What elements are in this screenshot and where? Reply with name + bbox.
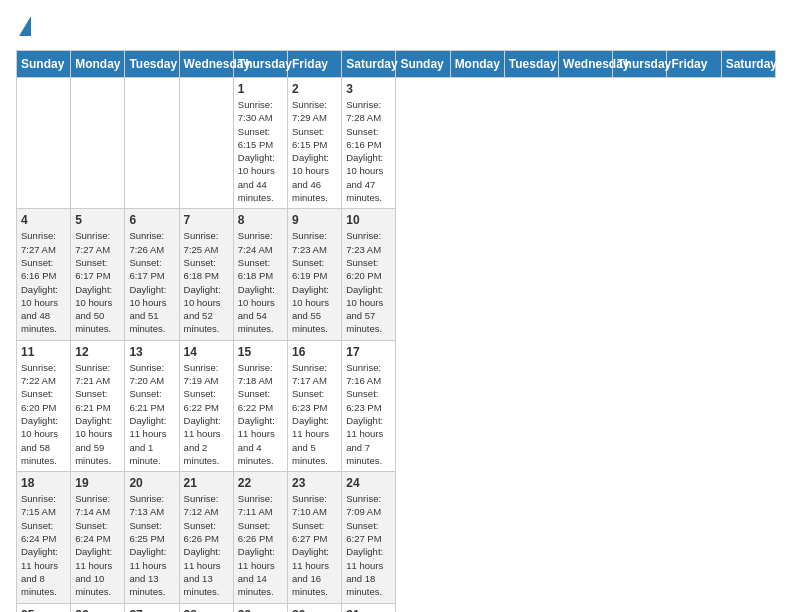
calendar-cell: 2Sunrise: 7:29 AMSunset: 6:15 PMDaylight… — [288, 78, 342, 209]
calendar-cell: 21Sunrise: 7:12 AMSunset: 6:26 PMDayligh… — [179, 472, 233, 603]
day-number: 10 — [346, 213, 391, 227]
day-info: Sunrise: 7:12 AMSunset: 6:26 PMDaylight:… — [184, 492, 229, 598]
calendar-cell: 14Sunrise: 7:19 AMSunset: 6:22 PMDayligh… — [179, 340, 233, 471]
calendar-cell: 1Sunrise: 7:30 AMSunset: 6:15 PMDaylight… — [233, 78, 287, 209]
logo — [16, 16, 31, 38]
day-info: Sunrise: 7:23 AMSunset: 6:20 PMDaylight:… — [346, 229, 391, 335]
day-info: Sunrise: 7:15 AMSunset: 6:24 PMDaylight:… — [21, 492, 66, 598]
day-number: 14 — [184, 345, 229, 359]
calendar-cell: 5Sunrise: 7:27 AMSunset: 6:17 PMDaylight… — [71, 209, 125, 340]
header-day-wednesday: Wednesday — [559, 51, 613, 78]
day-number: 12 — [75, 345, 120, 359]
calendar-cell: 20Sunrise: 7:13 AMSunset: 6:25 PMDayligh… — [125, 472, 179, 603]
day-number: 8 — [238, 213, 283, 227]
page-header — [16, 16, 776, 38]
calendar-cell: 29Sunrise: 7:04 AMSunset: 6:30 PMDayligh… — [233, 603, 287, 612]
day-info: Sunrise: 7:22 AMSunset: 6:20 PMDaylight:… — [21, 361, 66, 467]
day-number: 5 — [75, 213, 120, 227]
day-info: Sunrise: 7:27 AMSunset: 6:17 PMDaylight:… — [75, 229, 120, 335]
day-number: 7 — [184, 213, 229, 227]
day-number: 19 — [75, 476, 120, 490]
day-info: Sunrise: 7:18 AMSunset: 6:22 PMDaylight:… — [238, 361, 283, 467]
day-info: Sunrise: 7:25 AMSunset: 6:18 PMDaylight:… — [184, 229, 229, 335]
day-info: Sunrise: 7:27 AMSunset: 6:16 PMDaylight:… — [21, 229, 66, 335]
day-number: 3 — [346, 82, 391, 96]
header-monday: Monday — [71, 51, 125, 78]
header-thursday: Thursday — [233, 51, 287, 78]
day-info: Sunrise: 7:21 AMSunset: 6:21 PMDaylight:… — [75, 361, 120, 467]
day-number: 15 — [238, 345, 283, 359]
day-info: Sunrise: 7:29 AMSunset: 6:15 PMDaylight:… — [292, 98, 337, 204]
calendar-week-row: 25Sunrise: 7:08 AMSunset: 6:28 PMDayligh… — [17, 603, 776, 612]
header-day-tuesday: Tuesday — [504, 51, 558, 78]
header-saturday: Saturday — [342, 51, 396, 78]
header-day-saturday: Saturday — [721, 51, 775, 78]
calendar-cell: 30Sunrise: 7:02 AMSunset: 6:30 PMDayligh… — [288, 603, 342, 612]
calendar-cell: 22Sunrise: 7:11 AMSunset: 6:26 PMDayligh… — [233, 472, 287, 603]
day-number: 13 — [129, 345, 174, 359]
calendar-cell — [125, 78, 179, 209]
calendar-cell: 11Sunrise: 7:22 AMSunset: 6:20 PMDayligh… — [17, 340, 71, 471]
calendar-cell: 17Sunrise: 7:16 AMSunset: 6:23 PMDayligh… — [342, 340, 396, 471]
day-number: 20 — [129, 476, 174, 490]
day-number: 25 — [21, 608, 66, 613]
day-info: Sunrise: 7:24 AMSunset: 6:18 PMDaylight:… — [238, 229, 283, 335]
calendar-cell: 15Sunrise: 7:18 AMSunset: 6:22 PMDayligh… — [233, 340, 287, 471]
day-info: Sunrise: 7:26 AMSunset: 6:17 PMDaylight:… — [129, 229, 174, 335]
calendar-cell — [71, 78, 125, 209]
header-day-monday: Monday — [450, 51, 504, 78]
day-number: 28 — [184, 608, 229, 613]
day-info: Sunrise: 7:10 AMSunset: 6:27 PMDaylight:… — [292, 492, 337, 598]
day-number: 27 — [129, 608, 174, 613]
day-number: 26 — [75, 608, 120, 613]
calendar-cell: 28Sunrise: 7:05 AMSunset: 6:29 PMDayligh… — [179, 603, 233, 612]
logo-triangle-icon — [19, 16, 31, 36]
calendar-table: SundayMondayTuesdayWednesdayThursdayFrid… — [16, 50, 776, 612]
calendar-header-row: SundayMondayTuesdayWednesdayThursdayFrid… — [17, 51, 776, 78]
day-number: 18 — [21, 476, 66, 490]
day-number: 23 — [292, 476, 337, 490]
day-info: Sunrise: 7:17 AMSunset: 6:23 PMDaylight:… — [292, 361, 337, 467]
day-info: Sunrise: 7:20 AMSunset: 6:21 PMDaylight:… — [129, 361, 174, 467]
header-day-friday: Friday — [667, 51, 721, 78]
day-info: Sunrise: 7:14 AMSunset: 6:24 PMDaylight:… — [75, 492, 120, 598]
day-number: 24 — [346, 476, 391, 490]
day-number: 4 — [21, 213, 66, 227]
day-info: Sunrise: 7:13 AMSunset: 6:25 PMDaylight:… — [129, 492, 174, 598]
day-number: 30 — [292, 608, 337, 613]
day-info: Sunrise: 7:23 AMSunset: 6:19 PMDaylight:… — [292, 229, 337, 335]
calendar-cell: 6Sunrise: 7:26 AMSunset: 6:17 PMDaylight… — [125, 209, 179, 340]
header-day-thursday: Thursday — [613, 51, 667, 78]
day-number: 1 — [238, 82, 283, 96]
calendar-cell: 9Sunrise: 7:23 AMSunset: 6:19 PMDaylight… — [288, 209, 342, 340]
day-info: Sunrise: 7:30 AMSunset: 6:15 PMDaylight:… — [238, 98, 283, 204]
calendar-cell: 25Sunrise: 7:08 AMSunset: 6:28 PMDayligh… — [17, 603, 71, 612]
header-tuesday: Tuesday — [125, 51, 179, 78]
calendar-cell: 31Sunrise: 7:01 AMSunset: 6:31 PMDayligh… — [342, 603, 396, 612]
day-number: 31 — [346, 608, 391, 613]
calendar-cell: 18Sunrise: 7:15 AMSunset: 6:24 PMDayligh… — [17, 472, 71, 603]
calendar-cell: 4Sunrise: 7:27 AMSunset: 6:16 PMDaylight… — [17, 209, 71, 340]
day-info: Sunrise: 7:09 AMSunset: 6:27 PMDaylight:… — [346, 492, 391, 598]
calendar-cell: 24Sunrise: 7:09 AMSunset: 6:27 PMDayligh… — [342, 472, 396, 603]
calendar-cell: 16Sunrise: 7:17 AMSunset: 6:23 PMDayligh… — [288, 340, 342, 471]
day-number: 9 — [292, 213, 337, 227]
day-number: 2 — [292, 82, 337, 96]
day-info: Sunrise: 7:19 AMSunset: 6:22 PMDaylight:… — [184, 361, 229, 467]
day-number: 21 — [184, 476, 229, 490]
calendar-cell: 7Sunrise: 7:25 AMSunset: 6:18 PMDaylight… — [179, 209, 233, 340]
calendar-cell: 3Sunrise: 7:28 AMSunset: 6:16 PMDaylight… — [342, 78, 396, 209]
calendar-cell: 13Sunrise: 7:20 AMSunset: 6:21 PMDayligh… — [125, 340, 179, 471]
day-number: 6 — [129, 213, 174, 227]
day-number: 11 — [21, 345, 66, 359]
day-info: Sunrise: 7:11 AMSunset: 6:26 PMDaylight:… — [238, 492, 283, 598]
calendar-cell: 12Sunrise: 7:21 AMSunset: 6:21 PMDayligh… — [71, 340, 125, 471]
day-number: 29 — [238, 608, 283, 613]
calendar-cell: 8Sunrise: 7:24 AMSunset: 6:18 PMDaylight… — [233, 209, 287, 340]
calendar-cell: 26Sunrise: 7:07 AMSunset: 6:28 PMDayligh… — [71, 603, 125, 612]
calendar-week-row: 4Sunrise: 7:27 AMSunset: 6:16 PMDaylight… — [17, 209, 776, 340]
header-day-sunday: Sunday — [396, 51, 450, 78]
calendar-cell — [179, 78, 233, 209]
day-number: 17 — [346, 345, 391, 359]
calendar-cell — [17, 78, 71, 209]
